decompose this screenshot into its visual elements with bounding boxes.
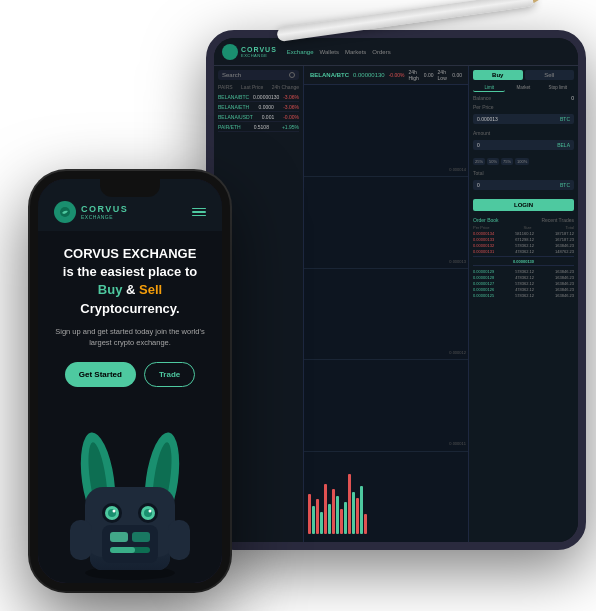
table-row[interactable]: BELANA/USDT 0.001 -0.00% — [218, 112, 299, 122]
25pct-btn[interactable]: 25% — [473, 158, 485, 165]
trade-button[interactable]: Trade — [144, 362, 195, 387]
order-book: Order Book Recent Trades Per Price Size … — [473, 217, 574, 298]
svg-rect-26 — [168, 520, 190, 560]
headline-buy: Buy — [98, 282, 123, 297]
ob-sell-row: 0.00000131 478362.12 148762.23 — [473, 248, 574, 254]
svg-rect-22 — [132, 532, 150, 542]
search-bar[interactable]: Search — [218, 70, 299, 80]
ob-buy-total: 163846.23 — [555, 281, 574, 286]
pair-change: +1.95% — [282, 124, 299, 130]
trading-header: CORVUS EXCHANGE Exchange Wallets Markets… — [214, 38, 578, 66]
pair-name: PAIR/ETH — [218, 124, 241, 130]
headline-crypto: Cryptocurrency. — [80, 301, 179, 316]
order-type-tabs: Limit Market Stop limit — [473, 83, 574, 92]
pair-price: 0.5108 — [254, 124, 269, 130]
search-placeholder: Search — [222, 72, 289, 78]
ob-buy-price: 0.00000126 — [473, 287, 494, 292]
ob-sell-size: 478362.12 — [515, 249, 534, 254]
headline-corvus: CORVUS EXCHANGE — [64, 246, 197, 261]
candle — [336, 496, 339, 534]
tablet-screen: CORVUS EXCHANGE Exchange Wallets Markets… — [214, 38, 578, 542]
recent-trades-tab[interactable]: Recent Trades — [541, 217, 574, 223]
pair-change: -0.00% — [283, 114, 299, 120]
chart-24h: 24h High — [409, 69, 420, 81]
ob-buy-price: 0.00000128 — [473, 275, 494, 280]
candle — [316, 499, 319, 534]
phone-logo-icon — [54, 201, 76, 223]
balance-label: Balance — [473, 95, 491, 101]
pair-name: BELANA/ETH — [218, 104, 249, 110]
ob-sell-price: 0.00000132 — [473, 243, 494, 248]
trading-logo: CORVUS EXCHANGE — [222, 44, 277, 60]
balance-row: Balance 0 — [473, 95, 574, 101]
pair-price: 0.001 — [262, 114, 275, 120]
currency-btc2: BTC — [560, 182, 570, 188]
get-started-button[interactable]: Get Started — [65, 362, 136, 387]
phone-notch — [100, 179, 160, 197]
amount-input[interactable]: 0 BELA — [473, 140, 574, 150]
ob-sell-row: 0.00000132 578362.12 163846.23 — [473, 242, 574, 248]
ob-mid-value: 0.00000130 — [513, 259, 534, 264]
ob-col-price: Per Price — [473, 225, 489, 230]
sell-tab[interactable]: Sell — [525, 70, 575, 80]
nav-markets[interactable]: Markets — [345, 49, 366, 55]
pair-price: 0.0000 — [258, 104, 273, 110]
chart-price: 0.00000130 — [353, 72, 385, 78]
50pct-btn[interactable]: 50% — [487, 158, 499, 165]
candle — [348, 474, 351, 534]
limit-tab[interactable]: Limit — [473, 83, 505, 92]
75pct-btn[interactable]: 75% — [501, 158, 513, 165]
ob-buy-price: 0.00000129 — [473, 269, 494, 274]
phone-hero-title: CORVUS EXCHANGE is the easiest place to … — [54, 245, 206, 318]
percentage-slider: 25% 50% 75% 100% — [473, 158, 574, 165]
nav-orders[interactable]: Orders — [372, 49, 390, 55]
chart-pair: BELANA/BTC — [310, 72, 349, 78]
hamburger-menu[interactable] — [192, 208, 206, 217]
ob-buy-total: 163846.23 — [555, 293, 574, 298]
phone-hero: CORVUS EXCHANGE is the easiest place to … — [38, 231, 222, 417]
phone-device: CORVUS EXCHANGE CORVUS EXCHANGE is the e… — [30, 171, 230, 591]
svg-rect-24 — [110, 547, 135, 553]
nav-wallets[interactable]: Wallets — [320, 49, 339, 55]
headline-and: & — [126, 282, 139, 297]
buy-sell-tabs: Buy Sell — [473, 70, 574, 80]
pair-change: -3.06% — [283, 104, 299, 110]
corvus-bird-icon — [59, 206, 71, 218]
ob-buy-size: 578362.12 — [515, 281, 534, 286]
total-input[interactable]: 0 BTC — [473, 180, 574, 190]
table-row[interactable]: BELANA/ETH 0.0000 -3.06% — [218, 102, 299, 112]
ob-buy-row: 0.00000127 578362.12 163846.23 — [473, 280, 574, 286]
candle — [364, 514, 367, 534]
pair-name: BELANA/BTC — [218, 94, 249, 100]
hamburger-line — [192, 208, 206, 210]
order-book-title: Order Book — [473, 217, 499, 223]
login-button[interactable]: LOGIN — [473, 199, 574, 211]
ob-sell-size: 581160.12 — [515, 231, 534, 236]
ob-sell-price: 0.00000133 — [473, 237, 494, 242]
ob-buy-total: 163846.23 — [555, 269, 574, 274]
candlestick-chart: 0.000014 0.000013 0.000012 0.000011 — [304, 85, 468, 542]
headline-is: is the easiest place to — [63, 264, 197, 279]
100pct-btn[interactable]: 100% — [515, 158, 529, 165]
hamburger-line — [192, 211, 206, 213]
buy-tab[interactable]: Buy — [473, 70, 523, 80]
per-price-input[interactable]: 0.000013 BTC — [473, 114, 574, 124]
ob-buy-size: 578362.12 — [515, 293, 534, 298]
candle — [320, 512, 323, 534]
nav-exchange[interactable]: Exchange — [287, 49, 314, 55]
table-row[interactable]: PAIR/ETH 0.5108 +1.95% — [218, 122, 299, 132]
pairs-col-change: 24h Change — [272, 84, 299, 90]
phone-logo-text: CORVUS EXCHANGE — [81, 204, 128, 220]
phone-hero-subtitle: Sign up and get started today join the w… — [54, 326, 206, 349]
pair-change: -3.06% — [283, 94, 299, 100]
svg-point-16 — [149, 510, 152, 513]
pairs-col-price: Last Price — [241, 84, 263, 90]
ob-buy-row: 0.00000128 478362.12 163846.23 — [473, 274, 574, 280]
table-row[interactable]: BELANA/BTC 0.00000130 -3.06% — [218, 92, 299, 102]
candle — [356, 498, 359, 534]
stop-limit-tab[interactable]: Stop limit — [542, 83, 574, 92]
candle — [352, 492, 355, 534]
ob-buy-row: 0.00000126 478362.12 163846.23 — [473, 286, 574, 292]
ob-buy-size: 478362.12 — [515, 275, 534, 280]
market-tab[interactable]: Market — [507, 83, 539, 92]
